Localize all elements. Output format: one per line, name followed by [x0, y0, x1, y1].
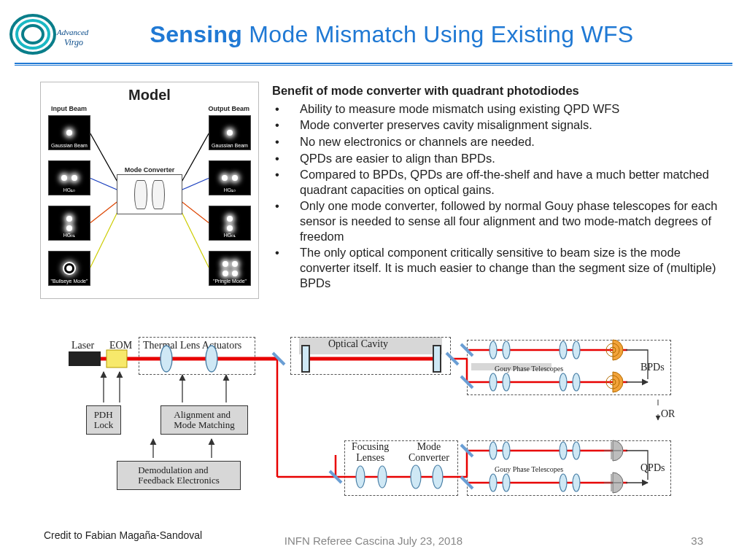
- svg-point-47: [503, 442, 510, 459]
- title-divider: [15, 63, 732, 66]
- bullet-item: •QPDs are easier to align than BPDs.: [272, 151, 732, 166]
- svg-point-50: [489, 474, 497, 491]
- footer-text: INFN Referee Cascina July 23, 2018: [0, 534, 747, 547]
- optical-layout-diagram: Laser EOM Thermal Lens Actuators Optical…: [58, 332, 700, 513]
- svg-rect-30: [433, 346, 441, 372]
- bullet-item: •Only one mode converter, followed by no…: [272, 198, 732, 244]
- svg-point-48: [560, 442, 567, 459]
- bullet-item: •No new electronics or channels are need…: [272, 134, 732, 149]
- bullet-item: •Compared to BPDs, QPDs are off-the-shel…: [272, 167, 732, 197]
- advanced-virgo-logo: Advanced Virgo: [7, 12, 95, 57]
- svg-point-49: [573, 442, 580, 459]
- svg-rect-29: [302, 346, 309, 372]
- bullet-item: •The only optical component critically s…: [272, 245, 732, 290]
- mode-converter-icon: Mode Converter: [117, 174, 182, 214]
- slide-title: Sensing Mode Mismatch Using Existing WFS: [95, 21, 732, 48]
- svg-point-51: [503, 474, 510, 491]
- svg-point-42: [489, 373, 497, 391]
- svg-point-27: [160, 346, 172, 372]
- svg-point-53: [573, 474, 580, 491]
- bullet-list: Benefit of mode converter with quadrant …: [272, 82, 732, 299]
- logo-secondary: Virgo: [64, 37, 83, 47]
- svg-point-52: [560, 474, 567, 491]
- page-number: 33: [691, 534, 703, 547]
- svg-point-44: [560, 373, 567, 391]
- svg-rect-25: [69, 351, 101, 366]
- svg-rect-26: [107, 350, 127, 368]
- optics-svg: [58, 332, 700, 513]
- svg-point-2: [23, 26, 43, 43]
- bullet-item: •Ability to measure mode mismatch using …: [272, 101, 732, 117]
- svg-point-43: [503, 373, 510, 391]
- svg-point-57: [433, 465, 443, 489]
- svg-point-39: [503, 341, 510, 359]
- svg-point-38: [489, 341, 497, 359]
- svg-point-45: [573, 373, 580, 391]
- main-content: Model Input Beam Output Beam: [0, 74, 747, 299]
- svg-point-46: [489, 442, 497, 459]
- svg-point-41: [573, 341, 580, 359]
- model-diagram: Model Input Beam Output Beam: [40, 82, 259, 299]
- svg-point-40: [560, 341, 567, 359]
- svg-point-54: [356, 466, 365, 488]
- svg-point-55: [378, 466, 387, 488]
- svg-point-28: [206, 346, 217, 372]
- header: Advanced Virgo Sensing Mode Mismatch Usi…: [0, 0, 747, 63]
- svg-point-56: [411, 465, 421, 489]
- logo-primary: Advanced: [56, 28, 89, 36]
- bullet-item: •Mode converter preserves cavity misalig…: [272, 117, 732, 133]
